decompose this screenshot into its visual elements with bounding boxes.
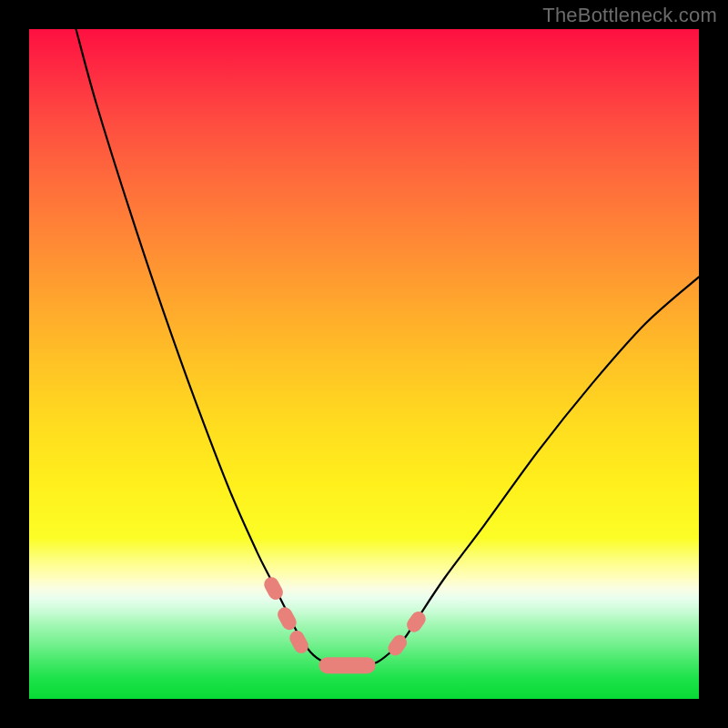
plot-area: [29, 29, 699, 699]
watermark-text: TheBottleneck.com: [542, 4, 717, 27]
curve-marker: [287, 628, 310, 655]
curve-marker: [404, 609, 429, 635]
chart-svg: [29, 29, 699, 699]
bottleneck-curve: [76, 29, 700, 665]
curve-marker: [319, 657, 376, 673]
curve-marker: [261, 574, 285, 602]
markers-group: [261, 574, 428, 673]
chart-frame: TheBottleneck.com: [0, 0, 728, 728]
